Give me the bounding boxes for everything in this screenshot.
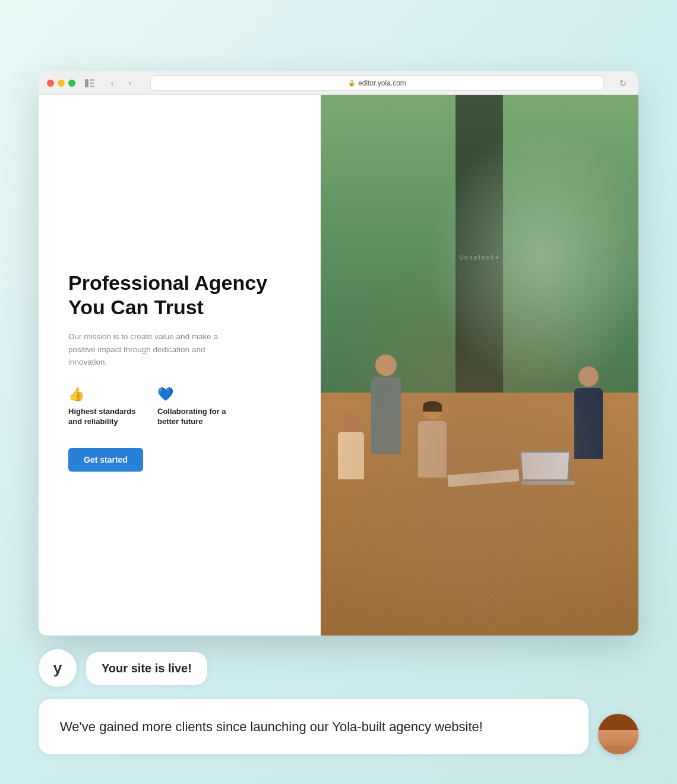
feature-item-1: 👍 Highest standards and reliability <box>68 387 140 427</box>
hero-title: Professional Agency You Can Trust <box>68 271 297 320</box>
close-button[interactable] <box>47 80 54 87</box>
chat-bubble-yola: y Your site is live! <box>39 649 638 687</box>
avatar-hair <box>598 714 638 730</box>
forward-button[interactable]: › <box>122 76 138 90</box>
browser-window: ‹ › 🔒 editor.yola.com ↻ Professional Age… <box>39 71 638 636</box>
chat-bubble-user: We've gained more clients since launchin… <box>39 699 638 754</box>
refresh-button[interactable]: ↻ <box>616 76 630 90</box>
avatar-face <box>598 714 638 754</box>
user-avatar <box>598 714 638 754</box>
svg-rect-2 <box>90 82 94 84</box>
image-overlay <box>321 95 638 636</box>
features-row: 👍 Highest standards and reliability 💙 Co… <box>68 387 297 427</box>
yola-avatar: y <box>39 649 77 687</box>
svg-rect-1 <box>90 79 94 81</box>
yola-message: Your site is live! <box>102 662 192 675</box>
minimize-button[interactable] <box>58 80 65 87</box>
avatar-chin <box>604 746 632 754</box>
lock-icon: 🔒 <box>348 80 355 86</box>
back-button[interactable]: ‹ <box>104 76 121 90</box>
sidebar-toggle-button[interactable] <box>81 76 98 90</box>
right-panel: Unsplash+ <box>321 95 638 636</box>
browser-chrome: ‹ › 🔒 editor.yola.com ↻ <box>39 71 638 95</box>
user-message: We've gained more clients since launchin… <box>60 719 483 734</box>
feature-item-2: 💙 Collaborating for a better future <box>157 387 229 427</box>
yola-bubble: Your site is live! <box>86 652 207 685</box>
heart-icon: 💙 <box>157 387 229 402</box>
maximize-button[interactable] <box>68 80 75 87</box>
get-started-button[interactable]: Get started <box>68 448 143 472</box>
url-text: editor.yola.com <box>358 79 406 87</box>
user-bubble: We've gained more clients since launchin… <box>39 699 589 754</box>
traffic-lights <box>47 80 75 87</box>
svg-rect-3 <box>90 86 94 87</box>
chat-area: y Your site is live! We've gained more c… <box>39 649 638 754</box>
browser-content: Professional Agency You Can Trust Our mi… <box>39 95 638 636</box>
svg-rect-0 <box>85 79 88 87</box>
left-panel: Professional Agency You Can Trust Our mi… <box>39 95 321 636</box>
hero-image: Unsplash+ <box>321 95 638 636</box>
thumbsup-icon: 👍 <box>68 387 140 402</box>
hero-description: Our mission is to create value and make … <box>68 330 235 369</box>
feature-label-1: Highest standards and reliability <box>68 407 140 427</box>
nav-buttons: ‹ › <box>104 76 138 90</box>
feature-label-2: Collaborating for a better future <box>157 407 229 427</box>
address-bar[interactable]: 🔒 editor.yola.com <box>150 75 604 91</box>
yola-logo-text: y <box>53 659 62 678</box>
